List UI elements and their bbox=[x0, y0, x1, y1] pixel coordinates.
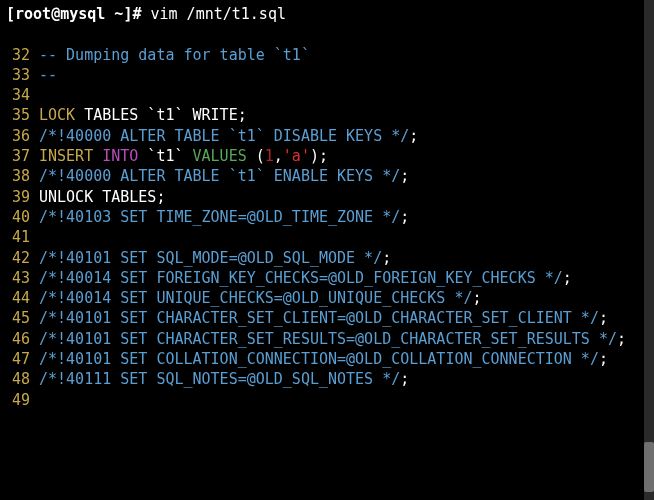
line-content: /*!40111 SET SQL_NOTES=@OLD_SQL_NOTES */… bbox=[30, 369, 638, 389]
line-number: 47 bbox=[4, 349, 30, 369]
line-number: 43 bbox=[4, 268, 30, 288]
syntax-token: UNLOCK TABLES; bbox=[39, 188, 165, 206]
line-content: /*!40014 SET FOREIGN_KEY_CHECKS=@OLD_FOR… bbox=[30, 268, 638, 288]
line-number: 40 bbox=[4, 207, 30, 227]
line-content: /*!40101 SET COLLATION_CONNECTION=@OLD_C… bbox=[30, 349, 638, 369]
line-content: /*!40000 ALTER TABLE `t1` DISABLE KEYS *… bbox=[30, 126, 638, 146]
syntax-token: ; bbox=[472, 289, 481, 307]
line-number: 33 bbox=[4, 65, 30, 85]
scrollbar-track[interactable] bbox=[644, 0, 654, 500]
syntax-token: /*!40101 SET SQL_MODE=@OLD_SQL_MODE */ bbox=[39, 249, 382, 267]
syntax-token: 'a' bbox=[283, 147, 310, 165]
syntax-token: -- Dumping data for table `t1` bbox=[39, 46, 310, 64]
code-line: 49 bbox=[4, 390, 654, 410]
line-content: /*!40101 SET CHARACTER_SET_CLIENT=@OLD_C… bbox=[30, 308, 638, 328]
line-content: -- bbox=[30, 65, 638, 85]
syntax-token: TABLES `t1` WRITE; bbox=[75, 106, 247, 124]
code-line: 32-- Dumping data for table `t1` bbox=[4, 45, 654, 65]
syntax-token: /*!40101 SET CHARACTER_SET_RESULTS=@OLD_… bbox=[39, 330, 617, 348]
blank-row bbox=[4, 24, 654, 44]
editor-body[interactable]: 32-- Dumping data for table `t1`33--3435… bbox=[4, 45, 654, 410]
code-line: 43/*!40014 SET FOREIGN_KEY_CHECKS=@OLD_F… bbox=[4, 268, 654, 288]
line-number: 41 bbox=[4, 227, 30, 247]
code-line: 33-- bbox=[4, 65, 654, 85]
line-content: /*!40014 SET UNIQUE_CHECKS=@OLD_UNIQUE_C… bbox=[30, 288, 638, 308]
line-number: 35 bbox=[4, 105, 30, 125]
syntax-token: /*!40000 ALTER TABLE `t1` ENABLE KEYS */ bbox=[39, 167, 400, 185]
code-line: 35LOCK TABLES `t1` WRITE; bbox=[4, 105, 654, 125]
syntax-token: /*!40014 SET FOREIGN_KEY_CHECKS=@OLD_FOR… bbox=[39, 269, 563, 287]
syntax-token: ; bbox=[409, 127, 418, 145]
syntax-token: ( bbox=[247, 147, 265, 165]
code-line: 46/*!40101 SET CHARACTER_SET_RESULTS=@OL… bbox=[4, 329, 654, 349]
syntax-token: INTO bbox=[102, 147, 138, 165]
syntax-token: ); bbox=[310, 147, 328, 165]
code-line: 38/*!40000 ALTER TABLE `t1` ENABLE KEYS … bbox=[4, 166, 654, 186]
line-number: 36 bbox=[4, 126, 30, 146]
syntax-token: `t1` bbox=[138, 147, 192, 165]
code-line: 47/*!40101 SET COLLATION_CONNECTION=@OLD… bbox=[4, 349, 654, 369]
line-number: 32 bbox=[4, 45, 30, 65]
code-line: 37INSERT INTO `t1` VALUES (1,'a'); bbox=[4, 146, 654, 166]
syntax-token: ; bbox=[400, 167, 409, 185]
syntax-token: /*!40103 SET TIME_ZONE=@OLD_TIME_ZONE */ bbox=[39, 208, 400, 226]
code-line: 45/*!40101 SET CHARACTER_SET_CLIENT=@OLD… bbox=[4, 308, 654, 328]
line-number: 46 bbox=[4, 329, 30, 349]
code-line: 48/*!40111 SET SQL_NOTES=@OLD_SQL_NOTES … bbox=[4, 369, 654, 389]
line-number: 45 bbox=[4, 308, 30, 328]
code-line: 39UNLOCK TABLES; bbox=[4, 187, 654, 207]
syntax-token: ; bbox=[400, 208, 409, 226]
syntax-token: ; bbox=[599, 350, 608, 368]
syntax-token: LOCK bbox=[39, 106, 75, 124]
line-content: /*!40101 SET SQL_MODE=@OLD_SQL_MODE */; bbox=[30, 248, 638, 268]
syntax-token: /*!40000 ALTER TABLE `t1` DISABLE KEYS *… bbox=[39, 127, 409, 145]
line-number: 34 bbox=[4, 85, 30, 105]
line-content: /*!40000 ALTER TABLE `t1` ENABLE KEYS */… bbox=[30, 166, 638, 186]
syntax-token: /*!40111 SET SQL_NOTES=@OLD_SQL_NOTES */ bbox=[39, 370, 400, 388]
line-number: 38 bbox=[4, 166, 30, 186]
syntax-token: ; bbox=[563, 269, 572, 287]
syntax-token: ; bbox=[599, 309, 608, 327]
line-content: INSERT INTO `t1` VALUES (1,'a'); bbox=[30, 146, 638, 166]
code-line: 41 bbox=[4, 227, 654, 247]
prompt-prefix: [root@mysql ~]# bbox=[6, 5, 151, 23]
line-content: UNLOCK TABLES; bbox=[30, 187, 638, 207]
syntax-token: 1 bbox=[265, 147, 274, 165]
syntax-token bbox=[93, 147, 102, 165]
line-number: 49 bbox=[4, 390, 30, 410]
line-content: -- Dumping data for table `t1` bbox=[30, 45, 638, 65]
code-line: 36/*!40000 ALTER TABLE `t1` DISABLE KEYS… bbox=[4, 126, 654, 146]
line-number: 37 bbox=[4, 146, 30, 166]
prompt-command: vim /mnt/t1.sql bbox=[151, 5, 286, 23]
code-line: 40/*!40103 SET TIME_ZONE=@OLD_TIME_ZONE … bbox=[4, 207, 654, 227]
syntax-token: /*!40101 SET COLLATION_CONNECTION=@OLD_C… bbox=[39, 350, 599, 368]
syntax-token: VALUES bbox=[193, 147, 247, 165]
line-content: /*!40103 SET TIME_ZONE=@OLD_TIME_ZONE */… bbox=[30, 207, 638, 227]
syntax-token: , bbox=[274, 147, 283, 165]
terminal-window[interactable]: [root@mysql ~]# vim /mnt/t1.sql 32-- Dum… bbox=[0, 0, 654, 500]
line-number: 39 bbox=[4, 187, 30, 207]
scrollbar-thumb[interactable] bbox=[644, 442, 654, 492]
syntax-token: INSERT bbox=[39, 147, 93, 165]
line-number: 48 bbox=[4, 369, 30, 389]
line-content: LOCK TABLES `t1` WRITE; bbox=[30, 105, 638, 125]
syntax-token: -- bbox=[39, 66, 57, 84]
shell-prompt: [root@mysql ~]# vim /mnt/t1.sql bbox=[4, 4, 654, 24]
syntax-token: ; bbox=[617, 330, 626, 348]
syntax-token: ; bbox=[382, 249, 391, 267]
syntax-token: ; bbox=[400, 370, 409, 388]
line-content: /*!40101 SET CHARACTER_SET_RESULTS=@OLD_… bbox=[30, 329, 638, 349]
code-line: 44/*!40014 SET UNIQUE_CHECKS=@OLD_UNIQUE… bbox=[4, 288, 654, 308]
line-number: 44 bbox=[4, 288, 30, 308]
line-number: 42 bbox=[4, 248, 30, 268]
syntax-token: /*!40101 SET CHARACTER_SET_CLIENT=@OLD_C… bbox=[39, 309, 599, 327]
code-line: 42/*!40101 SET SQL_MODE=@OLD_SQL_MODE */… bbox=[4, 248, 654, 268]
syntax-token: /*!40014 SET UNIQUE_CHECKS=@OLD_UNIQUE_C… bbox=[39, 289, 472, 307]
code-line: 34 bbox=[4, 85, 654, 105]
